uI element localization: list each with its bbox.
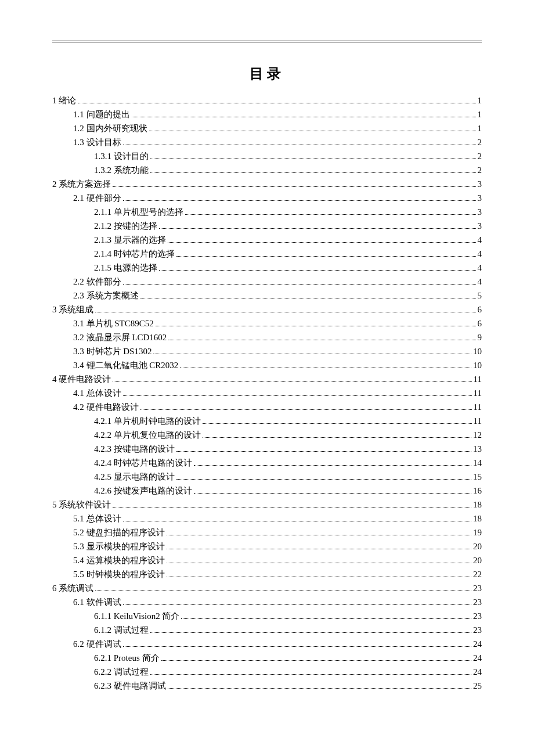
toc-entry-page: 12 [473, 428, 482, 442]
toc-leader-dots [140, 298, 476, 298]
toc-entry-label: 2.1.1 单片机型号的选择 [94, 205, 183, 219]
toc-entry-page: 10 [473, 344, 482, 358]
toc-entry[interactable]: 6.1 软件调试23 [52, 595, 482, 609]
toc-leader-dots [180, 368, 471, 368]
toc-entry-page: 11 [474, 400, 482, 414]
toc-entry-label: 3.1 单片机 STC89C52 [73, 316, 154, 330]
toc-entry[interactable]: 5.3 显示模块的程序设计20 [52, 539, 482, 553]
toc-entry-page: 1 [478, 93, 482, 107]
toc-entry-page: 4 [478, 261, 482, 275]
toc-entry[interactable]: 2.1.5 电源的选择4 [52, 261, 482, 275]
toc-entry[interactable]: 2 系统方案选择3 [52, 177, 482, 191]
toc-entry-label: 3.4 锂二氧化锰电池 CR2032 [73, 358, 178, 372]
toc-entry[interactable]: 2.1.4 时钟芯片的选择4 [52, 247, 482, 261]
toc-leader-dots [149, 131, 476, 131]
toc-leader-dots [168, 688, 471, 689]
toc-leader-dots [168, 340, 475, 340]
toc-entry[interactable]: 4.2.4 时钟芯片电路的设计14 [52, 456, 482, 470]
toc-entry-label: 5 系统软件设计 [52, 498, 111, 512]
toc-entry-page: 14 [473, 456, 482, 470]
toc-entry[interactable]: 3.1 单片机 STC89C526 [52, 316, 482, 330]
toc-entry-page: 24 [473, 651, 482, 665]
toc-entry[interactable]: 4.1 总体设计11 [52, 386, 482, 400]
toc-entry[interactable]: 3 系统组成6 [52, 303, 482, 316]
toc-entry-page: 5 [478, 289, 482, 303]
toc-leader-dots [150, 172, 476, 173]
toc-entry[interactable]: 5.5 时钟模块的程序设计22 [52, 567, 482, 581]
toc-entry-label: 5.2 键盘扫描的程序设计 [73, 525, 165, 539]
toc-entry[interactable]: 4.2.3 按键电路的设计13 [52, 442, 482, 456]
toc-entry[interactable]: 6.2.1 Proteus 简介24 [52, 651, 482, 665]
toc-entry-page: 18 [473, 512, 482, 525]
toc-entry[interactable]: 1.3.1 设计目的2 [52, 149, 482, 163]
toc-entry[interactable]: 2.3 系统方案概述5 [52, 289, 482, 303]
toc-entry-page: 4 [478, 233, 482, 247]
toc-entry[interactable]: 2.1.1 单片机型号的选择3 [52, 205, 482, 219]
toc-entry[interactable]: 1.3 设计目标2 [52, 135, 482, 149]
toc-entry-page: 23 [473, 581, 482, 595]
toc-entry[interactable]: 6.1.2 调试过程23 [52, 623, 482, 637]
toc-entry[interactable]: 2.1.2 按键的选择3 [52, 219, 482, 233]
toc-entry[interactable]: 2.2 软件部分4 [52, 275, 482, 289]
toc-entry-label: 2.1.3 显示器的选择 [94, 233, 166, 247]
toc-entry[interactable]: 6 系统调试23 [52, 581, 482, 595]
toc-entry[interactable]: 4 硬件电路设计11 [52, 372, 482, 386]
toc-entry-page: 11 [474, 414, 482, 428]
toc-leader-dots [123, 200, 476, 201]
toc-entry-page: 4 [478, 275, 482, 289]
toc-entry[interactable]: 6.2 硬件调试24 [52, 637, 482, 651]
toc-entry[interactable]: 2.1 硬件部分3 [52, 191, 482, 205]
toc-entry[interactable]: 6.2.2 调试过程24 [52, 665, 482, 679]
toc-entry[interactable]: 4.2.2 单片机复位电路的设计12 [52, 428, 482, 442]
toc-entry-label: 6.1.2 调试过程 [94, 623, 149, 637]
toc-list: 1 绪论11.1 问题的提出11.2 国内外研究现状11.3 设计目标21.3.… [52, 93, 482, 693]
toc-entry-page: 3 [478, 219, 482, 233]
toc-leader-dots [159, 228, 476, 229]
toc-entry[interactable]: 3.3 时钟芯片 DS130210 [52, 344, 482, 358]
toc-entry-label: 5.4 运算模块的程序设计 [73, 553, 165, 567]
toc-entry-label: 1.3.2 系统功能 [94, 163, 149, 177]
toc-entry-label: 3.2 液晶显示屏 LCD1602 [73, 330, 167, 344]
toc-entry[interactable]: 5 系统软件设计18 [52, 498, 482, 512]
toc-entry[interactable]: 3.2 液晶显示屏 LCD16029 [52, 330, 482, 344]
toc-leader-dots [159, 270, 476, 271]
toc-entry-page: 11 [474, 386, 482, 400]
toc-entry[interactable]: 5.4 运算模块的程序设计20 [52, 553, 482, 567]
toc-entry-label: 6.1 软件调试 [73, 595, 121, 609]
toc-entry[interactable]: 4.2.1 单片机时钟电路的设计11 [52, 414, 482, 428]
toc-entry-page: 23 [473, 595, 482, 609]
toc-entry-label: 6.1.1 KeiluVision2 简介 [94, 609, 179, 623]
toc-entry-page: 11 [474, 372, 482, 386]
toc-entry[interactable]: 3.4 锂二氧化锰电池 CR203210 [52, 358, 482, 372]
toc-leader-dots [167, 549, 472, 549]
toc-entry-page: 24 [473, 665, 482, 679]
toc-entry-page: 19 [473, 525, 482, 539]
toc-entry-label: 1.2 国内外研究现状 [73, 121, 147, 135]
toc-entry[interactable]: 4.2.5 显示电路的设计15 [52, 470, 482, 484]
toc-entry-label: 4.2.1 单片机时钟电路的设计 [94, 414, 201, 428]
toc-entry[interactable]: 5.1 总体设计18 [52, 512, 482, 525]
toc-entry-page: 20 [473, 553, 482, 567]
toc-entry[interactable]: 6.2.3 硬件电路调试25 [52, 679, 482, 693]
toc-entry-label: 3 系统组成 [52, 303, 93, 316]
toc-entry[interactable]: 6.1.1 KeiluVision2 简介23 [52, 609, 482, 623]
toc-entry-label: 1 绪论 [52, 93, 76, 107]
toc-entry-page: 2 [478, 163, 482, 177]
toc-leader-dots [185, 214, 476, 215]
toc-entry-label: 6 系统调试 [52, 581, 93, 595]
toc-entry-page: 3 [478, 177, 482, 191]
toc-entry[interactable]: 1.2 国内外研究现状1 [52, 121, 482, 135]
toc-entry-page: 9 [478, 330, 482, 344]
toc-leader-dots [167, 535, 472, 535]
toc-entry[interactable]: 4.2.6 按键发声电路的设计16 [52, 484, 482, 498]
toc-entry[interactable]: 4.2 硬件电路设计11 [52, 400, 482, 414]
toc-entry[interactable]: 1.1 问题的提出1 [52, 107, 482, 121]
toc-entry[interactable]: 1.3.2 系统功能2 [52, 163, 482, 177]
toc-entry[interactable]: 5.2 键盘扫描的程序设计19 [52, 525, 482, 539]
toc-entry[interactable]: 1 绪论1 [52, 93, 482, 107]
toc-entry-page: 6 [478, 303, 482, 316]
toc-entry-label: 4.1 总体设计 [73, 386, 121, 400]
toc-entry[interactable]: 2.1.3 显示器的选择4 [52, 233, 482, 247]
page-header-rule [52, 41, 482, 42]
toc-leader-dots [150, 674, 471, 675]
